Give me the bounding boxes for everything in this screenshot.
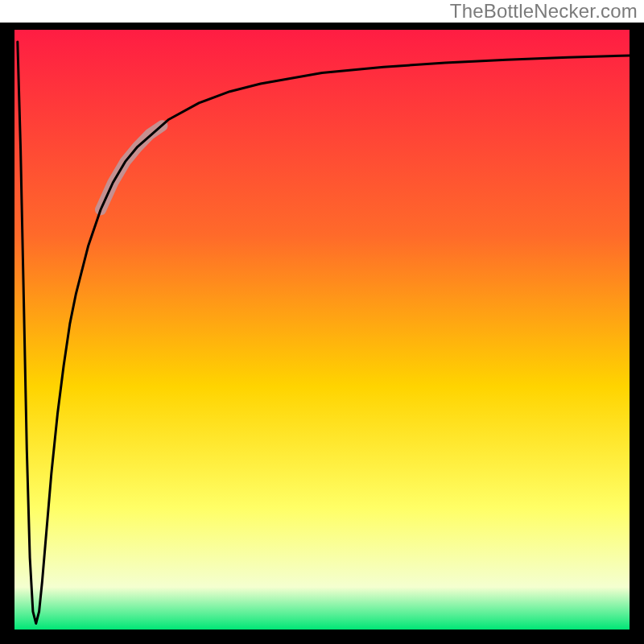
chart-svg xyxy=(0,23,644,644)
gradient-background xyxy=(14,23,630,630)
plot-frame xyxy=(0,23,644,644)
watermark-text: TheBottleNecker.com xyxy=(450,0,638,23)
chart-stage: TheBottleNecker.com xyxy=(0,0,644,644)
